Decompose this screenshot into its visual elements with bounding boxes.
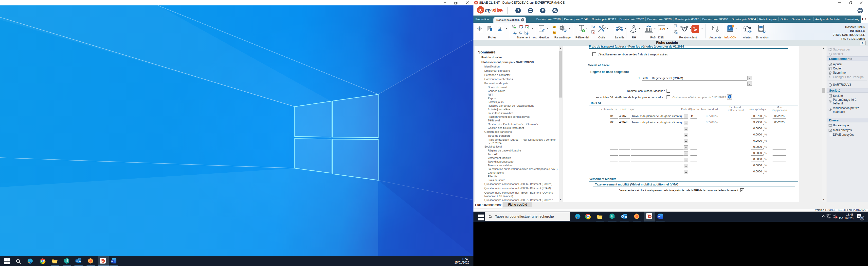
svg-text:W: W: [658, 215, 660, 218]
svg-text:N: N: [662, 27, 665, 31]
svg-text:W: W: [111, 260, 114, 263]
svg-text:æ: æ: [102, 260, 104, 262]
svg-text:æ: æ: [649, 215, 651, 218]
svg-text:?: ?: [729, 26, 731, 30]
svg-text:æ: æ: [694, 28, 698, 32]
svg-text:€: €: [519, 31, 521, 34]
svg-text:P: P: [675, 31, 676, 33]
svg-text:%: %: [553, 32, 555, 34]
svg-text:€: €: [525, 32, 526, 33]
